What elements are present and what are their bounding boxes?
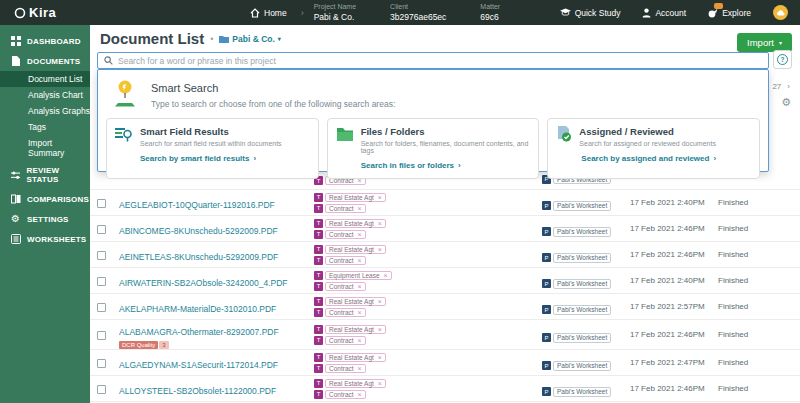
sidebar-item-review-status[interactable]: REVIEW STATUS bbox=[0, 161, 90, 189]
tag-chip: TEquipment Lease× bbox=[314, 271, 542, 280]
home-link[interactable]: Home › bbox=[250, 8, 314, 18]
sidebar-item-worksheets[interactable]: WORKSHEETS bbox=[0, 229, 90, 249]
worksheet-icon: P bbox=[542, 333, 551, 342]
account-button[interactable]: Account bbox=[642, 8, 686, 18]
explore-button[interactable]: Explore bbox=[708, 8, 751, 18]
document-link[interactable]: AEGLEABIOT-10QQuarter-1192016.PDF bbox=[119, 200, 275, 210]
worksheet-chip[interactable]: PPabi's Worksheet bbox=[542, 227, 611, 237]
tag-remove-icon[interactable]: × bbox=[358, 365, 362, 372]
worksheets-icon bbox=[11, 234, 21, 244]
table-row[interactable]: ABINCOMEG-8KUnschedu-5292009.PDF TReal E… bbox=[90, 216, 800, 242]
worksheet-chip[interactable]: PPabi's Worksheet bbox=[542, 201, 611, 211]
tag-remove-icon[interactable]: × bbox=[358, 309, 362, 316]
row-checkbox[interactable] bbox=[97, 385, 106, 394]
card-link-assigned-reviewed[interactable]: Search by assigned and reviewed › bbox=[581, 154, 751, 163]
help-icon: ? bbox=[777, 54, 788, 65]
help-button[interactable]: ? bbox=[773, 50, 792, 69]
tag-remove-icon[interactable]: × bbox=[378, 246, 382, 253]
sidebar-label-comparisons: COMPARISONS bbox=[27, 195, 89, 204]
tag-remove-icon[interactable]: × bbox=[358, 257, 362, 264]
cloud-sync-button[interactable] bbox=[773, 5, 788, 20]
sidebar-item-documents[interactable]: DOCUMENTS bbox=[0, 51, 90, 71]
card-files-folders[interactable]: Files / Folders Search for folders, file… bbox=[327, 118, 540, 179]
table-row[interactable]: ALABAMAGRA-Othermater-8292007.PDF DCR Qu… bbox=[90, 320, 800, 350]
document-link[interactable]: ALABAMAGRA-Othermater-8292007.PDF bbox=[119, 327, 279, 337]
pagination-last-page[interactable]: 27 bbox=[772, 82, 781, 91]
kira-logo[interactable]: Kira bbox=[0, 5, 90, 20]
tag-label: Real Estate Agt bbox=[329, 220, 374, 227]
tag-chip: TContract× bbox=[314, 256, 542, 265]
card-assigned-reviewed[interactable]: Assigned / Reviewed Search for assigned … bbox=[547, 118, 760, 179]
tag-icon: T bbox=[314, 193, 323, 202]
card-link-label: Search by smart field results bbox=[140, 154, 249, 163]
tag-remove-icon[interactable]: × bbox=[358, 283, 362, 290]
tag-remove-icon[interactable]: × bbox=[378, 380, 382, 387]
tag-remove-icon[interactable]: × bbox=[358, 337, 362, 344]
sidebar-item-settings[interactable]: ⚙ SETTINGS bbox=[0, 209, 90, 229]
tag-remove-icon[interactable]: × bbox=[358, 205, 362, 212]
sidebar-item-analysis-graphs[interactable]: Analysis Graphs bbox=[0, 103, 90, 119]
worksheet-chip[interactable]: PPabi's Worksheet bbox=[542, 253, 611, 263]
sidebar-item-dashboard[interactable]: DASHBOARD bbox=[0, 31, 90, 51]
sidebar-item-tags[interactable]: Tags bbox=[0, 119, 90, 135]
search-input[interactable] bbox=[118, 56, 762, 66]
sidebar-item-document-list[interactable]: Document List bbox=[0, 71, 90, 87]
row-status: Finished bbox=[718, 330, 748, 339]
document-link[interactable]: ABINCOMEG-8KUnschedu-5292009.PDF bbox=[119, 226, 278, 236]
tag-icon: T bbox=[314, 219, 323, 228]
table-row[interactable]: AEGLEABIOT-10QQuarter-1192016.PDF TReal … bbox=[90, 190, 800, 216]
card-link-label: Search by assigned and reviewed bbox=[581, 154, 709, 163]
table-row[interactable]: ALLOYSTEEL-SB2Obsolet-1122000.PDF TReal … bbox=[90, 376, 800, 402]
row-checkbox[interactable] bbox=[97, 225, 106, 234]
smart-field-icon bbox=[115, 126, 133, 142]
row-checkbox[interactable] bbox=[97, 359, 106, 368]
document-link[interactable]: AKELAPHARM-MaterialDe-3102010.PDF bbox=[119, 304, 276, 314]
tag-chip: TContract× bbox=[314, 282, 542, 291]
table-row[interactable]: AKELAPHARM-MaterialDe-3102010.PDF TReal … bbox=[90, 294, 800, 320]
sidebar-item-analysis-chart[interactable]: Analysis Chart bbox=[0, 87, 90, 103]
row-checkbox[interactable] bbox=[97, 277, 106, 286]
worksheet-chip[interactable]: PPabi's Worksheet bbox=[542, 333, 611, 343]
table-row[interactable]: AIRWATERIN-SB2AObsole-3242000_4.PDF TEqu… bbox=[90, 268, 800, 294]
tag-remove-icon[interactable]: × bbox=[358, 391, 362, 398]
row-checkbox[interactable] bbox=[97, 251, 106, 260]
sidebar-item-comparisons[interactable]: COMPARISONS bbox=[0, 189, 90, 209]
tag-icon: T bbox=[314, 336, 323, 345]
tag-remove-icon[interactable]: × bbox=[378, 194, 382, 201]
tag-icon: T bbox=[314, 282, 323, 291]
worksheet-chip[interactable]: PPabi's Worksheet bbox=[542, 387, 611, 397]
tag-chip: TReal Estate Agt× bbox=[314, 245, 542, 254]
tag-remove-icon[interactable]: × bbox=[384, 272, 388, 279]
card-link-smart-field[interactable]: Search by smart field results › bbox=[140, 154, 310, 163]
chevron-right-icon: › bbox=[458, 161, 461, 170]
tag-remove-icon[interactable]: × bbox=[378, 220, 382, 227]
tag-remove-icon[interactable]: × bbox=[358, 231, 362, 238]
table-settings-gear-icon[interactable]: ⚙ bbox=[781, 96, 791, 109]
tag-remove-icon[interactable]: × bbox=[378, 326, 382, 333]
worksheet-label: Pabi's Worksheet bbox=[553, 333, 611, 343]
worksheet-chip[interactable]: PPabi's Worksheet bbox=[542, 279, 611, 289]
card-link-files-folders[interactable]: Search in files or folders › bbox=[361, 161, 531, 170]
tag-remove-icon[interactable]: × bbox=[378, 354, 382, 361]
project-value: Pabi & Co. bbox=[314, 12, 356, 23]
sidebar-item-import-summary[interactable]: Import Summary bbox=[0, 135, 90, 161]
row-date: 17 Feb 2021 2:57PM bbox=[630, 302, 718, 311]
worksheet-chip[interactable]: PPabi's Worksheet bbox=[542, 305, 611, 315]
document-link[interactable]: AIRWATERIN-SB2AObsole-3242000_4.PDF bbox=[119, 278, 288, 288]
card-link-label: Search in files or folders bbox=[361, 161, 454, 170]
document-link[interactable]: ALLOYSTEEL-SB2Obsolet-1122000.PDF bbox=[119, 386, 276, 396]
document-link[interactable]: ALGAEDYNAM-S1ASecurit-1172014.PDF bbox=[119, 360, 278, 370]
document-link[interactable]: AEINETLEAS-8KUnschedu-5292009.PDF bbox=[119, 252, 278, 262]
tag-remove-icon[interactable]: × bbox=[378, 298, 382, 305]
row-checkbox[interactable] bbox=[97, 199, 106, 208]
row-status: Finished bbox=[718, 358, 748, 367]
card-smart-field-results[interactable]: Smart Field Results Search for smart fie… bbox=[106, 118, 319, 179]
row-checkbox[interactable] bbox=[97, 303, 106, 312]
table-row[interactable]: ALGAEDYNAM-S1ASecurit-1172014.PDF TReal … bbox=[90, 350, 800, 376]
pagination-next-icon[interactable]: › bbox=[787, 82, 790, 91]
worksheet-chip[interactable]: PPabi's Worksheet bbox=[542, 361, 611, 371]
breadcrumb-project-link[interactable]: Pabi & Co. ▾ bbox=[219, 34, 281, 44]
row-checkbox[interactable] bbox=[97, 331, 106, 340]
table-row[interactable]: AEINETLEAS-8KUnschedu-5292009.PDF TReal … bbox=[90, 242, 800, 268]
quick-study-button[interactable]: Quick Study bbox=[560, 8, 621, 18]
